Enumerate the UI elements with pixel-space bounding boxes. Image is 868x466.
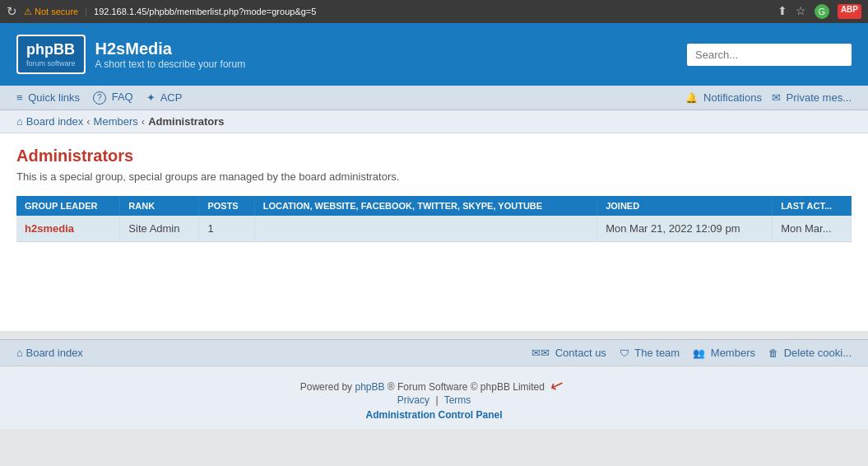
powered-by-line: Powered by phpBB ® Forum Software © phpB… [16, 375, 852, 394]
acp-icon [146, 91, 155, 104]
cell-username: h2smedia [16, 216, 120, 242]
browser-bar: ↻ ⚠ Not secure | 192.168.1.45/phpbb/memb… [0, 0, 868, 23]
footer-team-link[interactable]: The team [620, 347, 680, 359]
separator: | [435, 394, 438, 406]
footer-board-index[interactable]: Board index [16, 347, 83, 359]
cell-rank: Site Admin [120, 216, 199, 242]
main-content: Administrators This is a special group, … [0, 133, 868, 331]
arrow-annotation: ↙ [548, 373, 568, 396]
home-icon [16, 115, 23, 128]
footer-delete-cookies-link[interactable]: Delete cooki... [768, 347, 852, 359]
table-row: h2smedia Site Admin 1 Mon Mar 21, 2022 1… [16, 216, 852, 242]
col-group-leader: GROUP LEADER [16, 196, 120, 216]
footer-members-icon [693, 347, 705, 359]
hamburger-icon [16, 91, 23, 104]
privacy-link[interactable]: Privacy [397, 394, 429, 406]
cell-posts: 1 [199, 216, 254, 242]
extension-icon[interactable]: G [815, 4, 829, 19]
notifications-link[interactable]: Notifications [685, 91, 761, 104]
warning-icon: ⚠ [24, 7, 32, 17]
powered-by-text: Powered by [300, 381, 352, 393]
envelope-icon [772, 91, 781, 104]
footer-trash-icon [768, 347, 778, 359]
acp-link[interactable]: ACP [146, 91, 183, 104]
phpbb-logo: phpBB forum software [16, 35, 86, 74]
breadcrumb-current: Administrators [148, 115, 224, 128]
members-table: GROUP LEADER RANK POSTS LOCATION, WEBSIT… [16, 196, 852, 242]
terms-link[interactable]: Terms [444, 394, 471, 406]
col-posts: POSTS [199, 196, 254, 216]
search-input[interactable] [687, 44, 852, 66]
url-bar-separator: | [85, 7, 87, 16]
private-messages-link[interactable]: Private mes... [772, 91, 852, 104]
cell-location [254, 216, 596, 242]
footer-envelope-icon: ✉ [531, 347, 550, 359]
adblock-icon[interactable]: ABP [838, 4, 861, 19]
cell-joined: Mon Mar 21, 2022 12:09 pm [597, 216, 773, 242]
col-joined: JOINED [597, 196, 773, 216]
faq-icon [93, 91, 106, 103]
page-title: Administrators [16, 147, 852, 165]
admin-control-panel-link[interactable]: Administration Control Panel [16, 409, 852, 421]
footer-members-link[interactable]: Members [693, 347, 755, 359]
bell-icon [685, 91, 698, 104]
col-last-active: LAST ACT... [773, 196, 852, 216]
footer-nav: Board index ✉ Contact us The team Member… [0, 339, 868, 366]
share-icon[interactable]: ⬆ [777, 4, 787, 19]
footer-home-icon [16, 347, 23, 359]
footer-shield-icon [620, 347, 629, 359]
logo-sub: forum software [26, 59, 76, 68]
footer-bottom: Powered by phpBB ® Forum Software © phpB… [0, 366, 868, 429]
privacy-terms-line: Privacy | Terms [16, 394, 852, 406]
footer-links: ✉ Contact us The team Members Delete coo… [531, 347, 852, 359]
breadcrumb-sep-2: ‹ [142, 115, 145, 128]
nav-left: Quick links FAQ ACP [16, 91, 182, 105]
footer-contact-link[interactable]: ✉ Contact us [531, 347, 606, 359]
page-description: This is a special group, special groups … [16, 170, 852, 183]
table-header: GROUP LEADER RANK POSTS LOCATION, WEBSIT… [16, 196, 852, 216]
site-tagline: A short text to describe your forum [95, 58, 246, 70]
col-location: LOCATION, WEBSITE, FACEBOOK, TWITTER, SK… [254, 196, 596, 216]
browser-icons: ⬆ ☆ G ABP [777, 4, 861, 19]
copyright-text: ® Forum Software © phpBB Limited [388, 381, 545, 393]
nav-bar: Quick links FAQ ACP Notifications Privat… [0, 86, 868, 110]
security-indicator: ⚠ Not secure [24, 7, 78, 17]
nav-right: Notifications Private mes... [685, 91, 852, 104]
breadcrumb-sep-1: ‹ [86, 115, 90, 128]
breadcrumb: Board index ‹ Members ‹ Administrators [0, 110, 868, 133]
phpbb-link[interactable]: phpBB [355, 381, 384, 393]
breadcrumb-board-index[interactable]: Board index [26, 115, 83, 128]
site-name: H2sMedia [95, 40, 246, 58]
logo-text: phpBB [26, 41, 75, 58]
site-title: H2sMedia A short text to describe your f… [95, 40, 246, 70]
table-body: h2smedia Site Admin 1 Mon Mar 21, 2022 1… [16, 216, 852, 242]
refresh-icon[interactable]: ↻ [7, 4, 17, 19]
bookmark-icon[interactable]: ☆ [796, 4, 806, 19]
faq-link[interactable]: FAQ [93, 91, 133, 105]
col-rank: RANK [120, 196, 199, 216]
quick-links-menu[interactable]: Quick links [16, 91, 80, 104]
username-link[interactable]: h2smedia [25, 222, 74, 235]
site-header: phpBB forum software H2sMedia A short te… [0, 23, 868, 86]
cell-last-active: Mon Mar... [773, 216, 852, 242]
breadcrumb-members[interactable]: Members [94, 115, 138, 128]
url-bar[interactable]: 192.168.1.45/phpbb/memberlist.php?mode=g… [94, 7, 771, 16]
logo-area: phpBB forum software H2sMedia A short te… [16, 35, 245, 74]
